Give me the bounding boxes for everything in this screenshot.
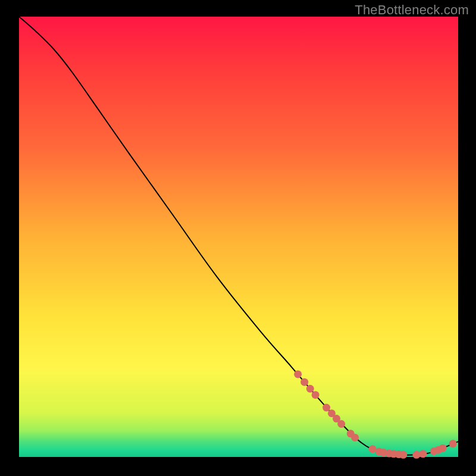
curve-marker: [312, 391, 320, 399]
chart-container: TheBottleneck.com: [0, 0, 476, 476]
curve-marker: [306, 385, 314, 393]
curve-marker: [449, 440, 457, 447]
curve-marker: [369, 445, 377, 453]
curve-marker: [439, 444, 447, 452]
curve-marker: [412, 451, 420, 459]
curve-marker: [294, 370, 302, 378]
plot-background: [19, 17, 458, 457]
curve-marker: [399, 451, 407, 459]
watermark-label: TheBottleneck.com: [355, 2, 469, 18]
curve-marker: [322, 404, 330, 412]
curve-marker: [300, 378, 308, 386]
bottleneck-chart: [0, 0, 476, 476]
curve-marker: [419, 450, 427, 458]
curve-marker: [337, 420, 345, 428]
curve-marker: [351, 434, 359, 441]
